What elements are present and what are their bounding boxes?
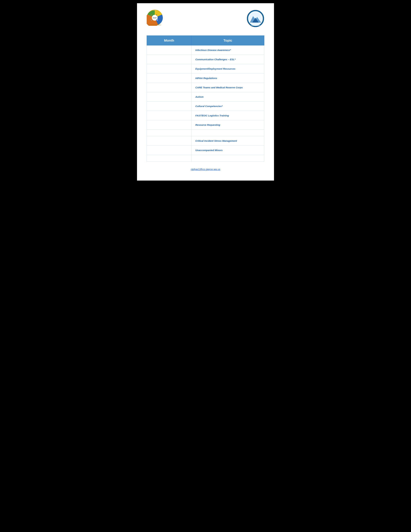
email-link[interactable]: njphas1@co.pierce.wa.us [191,168,220,171]
svg-text:🔧: 🔧 [150,19,152,21]
main-table: Month Topic Infectious Disease Awareness… [147,36,264,162]
month-cell-10 [147,136,191,146]
topic-cell-7: FAST/EOC Logistics Training [191,111,264,120]
topic-cell-8: Resource Requesting [191,120,264,130]
topic-cell-10: Critical Incident Stress Management [191,136,264,146]
month-cell-6 [147,102,191,111]
month-cell-4 [147,83,191,92]
col-header-month: Month [147,36,191,46]
svg-text:♿: ♿ [156,19,159,21]
topic-cell-3: HIPAA Regulations [191,74,264,83]
fast-logo: 🚶 ? ♿ 🔧 FAST FUNCTIONAL ASSESSMENT [147,10,163,26]
month-cell-7 [147,111,191,120]
topic-cell-11: Unaccompanied Minors [191,146,264,155]
month-cell-9 [147,130,191,136]
svg-text:🚶: 🚶 [150,14,153,17]
month-cell-12 [147,155,191,162]
month-cell-2 [147,64,191,74]
svg-text:FUNCTIONAL ASSESSMENT: FUNCTIONAL ASSESSMENT [148,25,161,26]
month-cell-5 [147,92,191,102]
topic-cell-6: Cultural Competencies* [191,102,264,111]
topic-cell-1: Communication Challenges – ESL* [191,55,264,64]
svg-text:?: ? [156,14,157,16]
footer: njphas1@co.pierce.wa.us [147,168,264,171]
topic-cell-2: Equipment/Deployment Resources [191,64,264,74]
header: 🚶 ? ♿ 🔧 FAST FUNCTIONAL ASSESSMENT [147,10,264,28]
month-cell-8 [147,120,191,130]
topic-cell-9 [191,130,264,136]
month-cell-11 [147,146,191,155]
topic-cell-4: CARE Teams and Medical Reserve Corps [191,83,264,92]
pierce-county-logo: Pierce County EMERGENCY MANAGEMENT [247,10,264,28]
col-header-topic: Topic [191,36,264,46]
month-cell-3 [147,74,191,83]
month-cell-1 [147,55,191,64]
month-cell-0 [147,46,191,55]
topic-cell-12 [191,155,264,162]
topic-cell-5: Autism [191,92,264,102]
page: 🚶 ? ♿ 🔧 FAST FUNCTIONAL ASSESSMENT [137,3,274,180]
svg-text:FAST: FAST [153,17,157,19]
topic-cell-0: Infectious Disease Awareness* [191,46,264,55]
